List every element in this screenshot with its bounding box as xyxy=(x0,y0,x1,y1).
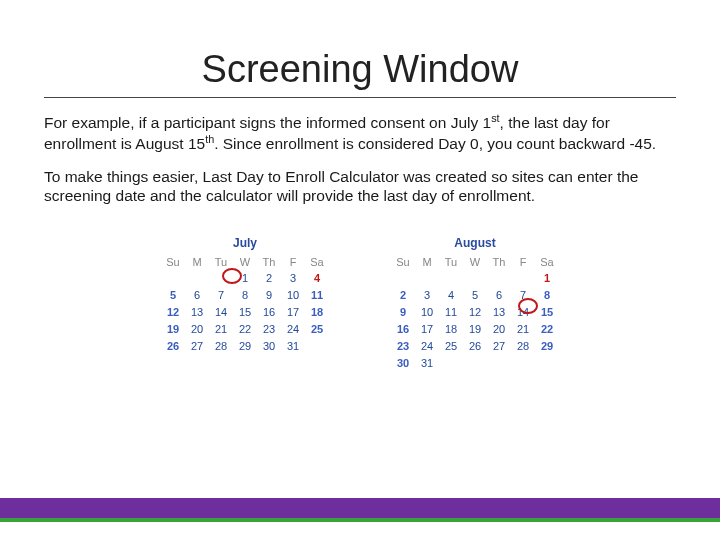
calendar-dow: Su xyxy=(165,255,181,269)
calendar-day: 11 xyxy=(309,288,325,303)
calendar-day: 6 xyxy=(189,288,205,303)
calendar-day: 13 xyxy=(189,305,205,320)
calendar-day: 14 xyxy=(515,305,531,320)
calendar-day: 22 xyxy=(237,322,253,337)
calendar-day xyxy=(491,356,507,371)
calendar-day: 8 xyxy=(237,288,253,303)
paragraph-2: To make things easier, Last Day to Enrol… xyxy=(44,167,676,206)
calendar-day: 10 xyxy=(285,288,301,303)
calendar-day xyxy=(189,271,205,286)
calendar-day: 30 xyxy=(395,356,411,371)
p1-c: . Since enrollment is considered Day 0, … xyxy=(214,135,656,152)
calendar-day: 8 xyxy=(539,288,555,303)
calendar-day xyxy=(539,356,555,371)
calendar-day xyxy=(443,356,459,371)
calendar-day: 24 xyxy=(285,322,301,337)
calendar-day: 15 xyxy=(237,305,253,320)
calendar-day: 3 xyxy=(285,271,301,286)
calendar-day: 19 xyxy=(467,322,483,337)
calendar-dow: M xyxy=(189,255,205,269)
calendar-day xyxy=(515,356,531,371)
calendar-day: 29 xyxy=(539,339,555,354)
calendar-dow: Tu xyxy=(213,255,229,269)
calendar-july: JulySuMTuWThFSa1234567891011121314151617… xyxy=(157,236,333,373)
calendar-day xyxy=(491,271,507,286)
calendar-day: 25 xyxy=(443,339,459,354)
calendar-day: 6 xyxy=(491,288,507,303)
calendar-day: 20 xyxy=(491,322,507,337)
calendar-day: 1 xyxy=(539,271,555,286)
calendar-day: 31 xyxy=(285,339,301,354)
calendar-day: 26 xyxy=(165,339,181,354)
calendar-day: 16 xyxy=(261,305,277,320)
calendar-day: 3 xyxy=(419,288,435,303)
p1-sup1: st xyxy=(491,112,499,124)
slide-title: Screening Window xyxy=(44,48,676,98)
calendar-grid: SuMTuWThFSa12345678910111213141516171819… xyxy=(387,253,563,373)
calendar-container: JulySuMTuWThFSa1234567891011121314151617… xyxy=(44,236,676,373)
calendar-day: 12 xyxy=(467,305,483,320)
calendar-day: 9 xyxy=(261,288,277,303)
calendar-day: 28 xyxy=(213,339,229,354)
calendar-august: AugustSuMTuWThFSa12345678910111213141516… xyxy=(387,236,563,373)
calendar-dow: Th xyxy=(491,255,507,269)
calendar-day: 5 xyxy=(165,288,181,303)
calendar-dow: W xyxy=(467,255,483,269)
calendar-day: 24 xyxy=(419,339,435,354)
calendar-day: 9 xyxy=(395,305,411,320)
calendar-day xyxy=(165,271,181,286)
calendar-day: 26 xyxy=(467,339,483,354)
calendar-day xyxy=(419,271,435,286)
calendar-day: 5 xyxy=(467,288,483,303)
calendar-title: July xyxy=(157,236,333,253)
calendar-dow: W xyxy=(237,255,253,269)
calendar-day: 12 xyxy=(165,305,181,320)
calendar-day: 1 xyxy=(237,271,253,286)
paragraph-1: For example, if a participant signs the … xyxy=(44,112,676,153)
calendar-day: 15 xyxy=(539,305,555,320)
calendar-day: 2 xyxy=(395,288,411,303)
calendar-dow: M xyxy=(419,255,435,269)
calendar-day: 18 xyxy=(443,322,459,337)
p1-a: For example, if a participant signs the … xyxy=(44,114,491,131)
calendar-day: 22 xyxy=(539,322,555,337)
calendar-dow: Sa xyxy=(309,255,325,269)
calendar-day: 27 xyxy=(491,339,507,354)
calendar-day: 20 xyxy=(189,322,205,337)
calendar-dow: F xyxy=(515,255,531,269)
calendar-dow: Su xyxy=(395,255,411,269)
calendar-day: 7 xyxy=(213,288,229,303)
calendar-day xyxy=(467,356,483,371)
footer-accent-bar xyxy=(0,498,720,522)
calendar-day: 18 xyxy=(309,305,325,320)
calendar-day xyxy=(515,271,531,286)
calendar-day: 23 xyxy=(261,322,277,337)
calendar-title: August xyxy=(387,236,563,253)
calendar-day: 30 xyxy=(261,339,277,354)
calendar-dow: Sa xyxy=(539,255,555,269)
calendar-day: 21 xyxy=(515,322,531,337)
calendar-dow: Tu xyxy=(443,255,459,269)
calendar-day: 28 xyxy=(515,339,531,354)
calendar-dow: Th xyxy=(261,255,277,269)
calendar-day xyxy=(395,271,411,286)
calendar-day: 10 xyxy=(419,305,435,320)
calendar-day: 27 xyxy=(189,339,205,354)
calendar-day xyxy=(467,271,483,286)
calendar-day: 17 xyxy=(419,322,435,337)
calendar-day: 2 xyxy=(261,271,277,286)
calendar-day: 25 xyxy=(309,322,325,337)
calendar-day: 4 xyxy=(443,288,459,303)
calendar-day: 7 xyxy=(515,288,531,303)
calendar-dow: F xyxy=(285,255,301,269)
calendar-day: 4 xyxy=(309,271,325,286)
calendar-day: 11 xyxy=(443,305,459,320)
calendar-day: 13 xyxy=(491,305,507,320)
calendar-day: 14 xyxy=(213,305,229,320)
calendar-day xyxy=(443,271,459,286)
calendar-day: 31 xyxy=(419,356,435,371)
calendar-day: 21 xyxy=(213,322,229,337)
calendar-day: 19 xyxy=(165,322,181,337)
calendar-grid: SuMTuWThFSa12345678910111213141516171819… xyxy=(157,253,333,356)
p1-sup2: th xyxy=(205,133,214,145)
